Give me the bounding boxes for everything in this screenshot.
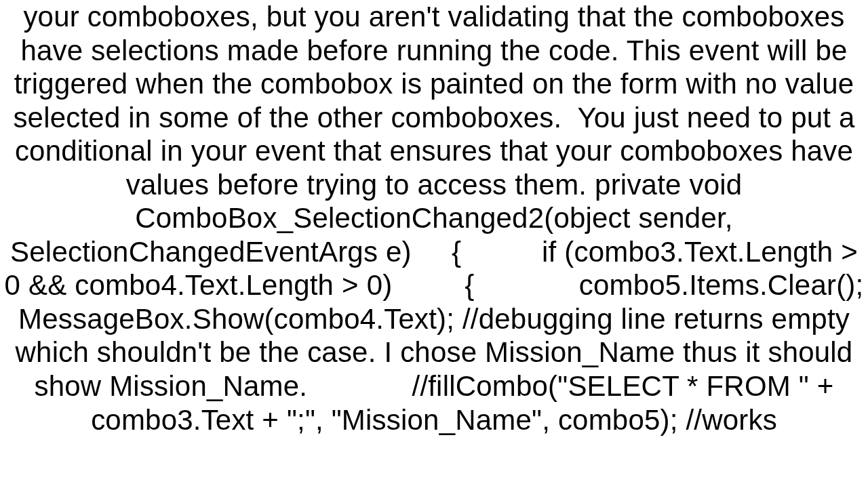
document-body: your comboboxes, but you aren't validati… [0, 0, 868, 488]
body-text: your comboboxes, but you aren't validati… [3, 0, 865, 436]
